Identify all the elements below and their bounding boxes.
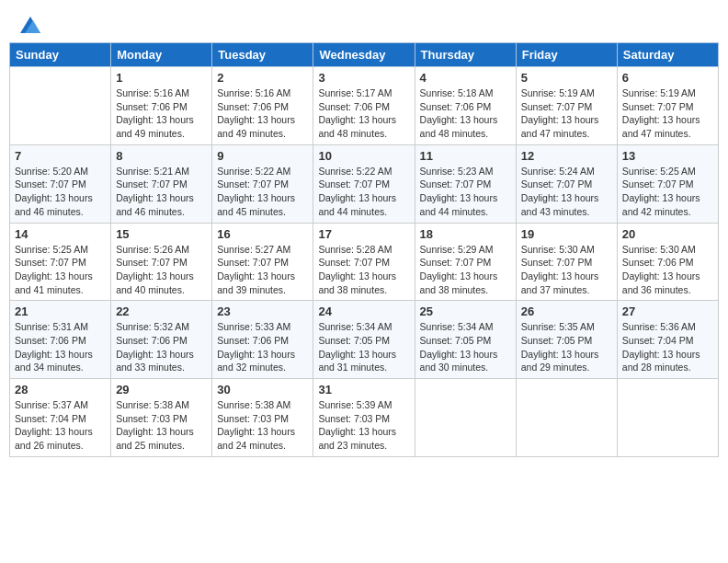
calendar-cell: 5Sunrise: 5:19 AM Sunset: 7:07 PM Daylig… bbox=[516, 67, 617, 145]
col-header-monday: Monday bbox=[111, 43, 212, 67]
calendar-cell: 7Sunrise: 5:20 AM Sunset: 7:07 PM Daylig… bbox=[10, 144, 111, 223]
day-number: 2 bbox=[217, 71, 308, 85]
calendar-cell: 25Sunrise: 5:34 AM Sunset: 7:05 PM Dayli… bbox=[415, 301, 516, 379]
day-number: 18 bbox=[420, 227, 511, 241]
calendar-cell: 23Sunrise: 5:33 AM Sunset: 7:06 PM Dayli… bbox=[212, 301, 313, 379]
day-number: 21 bbox=[15, 304, 106, 318]
day-number: 5 bbox=[521, 71, 612, 85]
col-header-wednesday: Wednesday bbox=[313, 43, 415, 67]
day-info: Sunrise: 5:34 AM Sunset: 7:05 PM Dayligh… bbox=[318, 320, 409, 374]
day-number: 8 bbox=[116, 149, 207, 163]
calendar-cell: 6Sunrise: 5:19 AM Sunset: 7:07 PM Daylig… bbox=[617, 67, 718, 145]
day-number: 13 bbox=[622, 149, 713, 163]
day-number: 23 bbox=[217, 304, 308, 318]
day-info: Sunrise: 5:38 AM Sunset: 7:03 PM Dayligh… bbox=[116, 398, 207, 453]
calendar-cell bbox=[617, 379, 718, 457]
day-number: 27 bbox=[622, 304, 713, 318]
calendar-cell: 8Sunrise: 5:21 AM Sunset: 7:07 PM Daylig… bbox=[111, 144, 212, 223]
day-number: 6 bbox=[622, 71, 713, 85]
day-info: Sunrise: 5:20 AM Sunset: 7:07 PM Dayligh… bbox=[15, 165, 106, 219]
calendar-cell: 31Sunrise: 5:39 AM Sunset: 7:03 PM Dayli… bbox=[313, 379, 415, 457]
day-number: 16 bbox=[217, 227, 308, 241]
col-header-sunday: Sunday bbox=[10, 43, 111, 67]
calendar-cell: 3Sunrise: 5:17 AM Sunset: 7:06 PM Daylig… bbox=[313, 67, 415, 145]
day-number: 24 bbox=[318, 304, 409, 318]
day-number: 26 bbox=[521, 304, 612, 318]
day-info: Sunrise: 5:30 AM Sunset: 7:07 PM Dayligh… bbox=[521, 243, 612, 297]
calendar-table: SundayMondayTuesdayWednesdayThursdayFrid… bbox=[9, 42, 719, 457]
day-info: Sunrise: 5:22 AM Sunset: 7:07 PM Dayligh… bbox=[217, 165, 308, 219]
day-info: Sunrise: 5:16 AM Sunset: 7:06 PM Dayligh… bbox=[217, 86, 308, 141]
calendar-cell bbox=[516, 379, 617, 457]
day-info: Sunrise: 5:25 AM Sunset: 7:07 PM Dayligh… bbox=[15, 243, 106, 297]
day-number: 9 bbox=[217, 149, 308, 163]
calendar-week-1: 1Sunrise: 5:16 AM Sunset: 7:06 PM Daylig… bbox=[10, 67, 719, 145]
header bbox=[9, 9, 719, 37]
day-number: 20 bbox=[622, 227, 713, 241]
day-info: Sunrise: 5:30 AM Sunset: 7:06 PM Dayligh… bbox=[622, 243, 713, 297]
calendar-cell: 2Sunrise: 5:16 AM Sunset: 7:06 PM Daylig… bbox=[212, 67, 313, 145]
calendar-cell: 12Sunrise: 5:24 AM Sunset: 7:07 PM Dayli… bbox=[516, 144, 617, 223]
day-info: Sunrise: 5:17 AM Sunset: 7:06 PM Dayligh… bbox=[318, 86, 409, 141]
day-number: 30 bbox=[217, 383, 308, 396]
col-header-saturday: Saturday bbox=[617, 43, 718, 67]
day-info: Sunrise: 5:33 AM Sunset: 7:06 PM Dayligh… bbox=[217, 320, 308, 374]
col-header-friday: Friday bbox=[516, 43, 617, 67]
calendar-cell: 15Sunrise: 5:26 AM Sunset: 7:07 PM Dayli… bbox=[111, 223, 212, 301]
calendar-cell: 26Sunrise: 5:35 AM Sunset: 7:05 PM Dayli… bbox=[516, 301, 617, 379]
day-info: Sunrise: 5:18 AM Sunset: 7:06 PM Dayligh… bbox=[420, 86, 511, 141]
day-info: Sunrise: 5:35 AM Sunset: 7:05 PM Dayligh… bbox=[521, 320, 612, 374]
calendar-week-2: 7Sunrise: 5:20 AM Sunset: 7:07 PM Daylig… bbox=[10, 144, 719, 223]
calendar-cell: 14Sunrise: 5:25 AM Sunset: 7:07 PM Dayli… bbox=[10, 223, 111, 301]
day-info: Sunrise: 5:34 AM Sunset: 7:05 PM Dayligh… bbox=[420, 320, 511, 374]
day-number: 25 bbox=[420, 304, 511, 318]
day-number: 3 bbox=[318, 71, 409, 85]
logo-icon bbox=[20, 17, 40, 33]
day-number: 1 bbox=[116, 71, 207, 85]
day-info: Sunrise: 5:31 AM Sunset: 7:06 PM Dayligh… bbox=[15, 320, 106, 374]
day-info: Sunrise: 5:23 AM Sunset: 7:07 PM Dayligh… bbox=[420, 165, 511, 219]
calendar-week-3: 14Sunrise: 5:25 AM Sunset: 7:07 PM Dayli… bbox=[10, 223, 719, 301]
day-number: 19 bbox=[521, 227, 612, 241]
calendar-cell: 24Sunrise: 5:34 AM Sunset: 7:05 PM Dayli… bbox=[313, 301, 415, 379]
day-info: Sunrise: 5:22 AM Sunset: 7:07 PM Dayligh… bbox=[318, 165, 409, 219]
day-number: 17 bbox=[318, 227, 409, 241]
day-number: 15 bbox=[116, 227, 207, 241]
day-number: 11 bbox=[420, 149, 511, 163]
calendar-cell: 22Sunrise: 5:32 AM Sunset: 7:06 PM Dayli… bbox=[111, 301, 212, 379]
day-info: Sunrise: 5:39 AM Sunset: 7:03 PM Dayligh… bbox=[318, 398, 409, 453]
calendar-cell bbox=[415, 379, 516, 457]
day-number: 4 bbox=[420, 71, 511, 85]
day-number: 28 bbox=[15, 383, 106, 396]
calendar-week-4: 21Sunrise: 5:31 AM Sunset: 7:06 PM Dayli… bbox=[10, 301, 719, 379]
day-info: Sunrise: 5:37 AM Sunset: 7:04 PM Dayligh… bbox=[15, 398, 106, 453]
calendar-cell: 29Sunrise: 5:38 AM Sunset: 7:03 PM Dayli… bbox=[111, 379, 212, 457]
day-number: 7 bbox=[15, 149, 106, 163]
calendar-cell: 30Sunrise: 5:38 AM Sunset: 7:03 PM Dayli… bbox=[212, 379, 313, 457]
day-info: Sunrise: 5:38 AM Sunset: 7:03 PM Dayligh… bbox=[217, 398, 308, 453]
col-header-thursday: Thursday bbox=[415, 43, 516, 67]
day-number: 29 bbox=[116, 383, 207, 396]
day-info: Sunrise: 5:36 AM Sunset: 7:04 PM Dayligh… bbox=[622, 320, 713, 374]
calendar-cell: 19Sunrise: 5:30 AM Sunset: 7:07 PM Dayli… bbox=[516, 223, 617, 301]
day-info: Sunrise: 5:19 AM Sunset: 7:07 PM Dayligh… bbox=[521, 86, 612, 141]
calendar-cell: 28Sunrise: 5:37 AM Sunset: 7:04 PM Dayli… bbox=[10, 379, 111, 457]
day-info: Sunrise: 5:29 AM Sunset: 7:07 PM Dayligh… bbox=[420, 243, 511, 297]
calendar-cell: 11Sunrise: 5:23 AM Sunset: 7:07 PM Dayli… bbox=[415, 144, 516, 223]
day-info: Sunrise: 5:27 AM Sunset: 7:07 PM Dayligh… bbox=[217, 243, 308, 297]
day-info: Sunrise: 5:16 AM Sunset: 7:06 PM Dayligh… bbox=[116, 86, 207, 141]
calendar-cell: 16Sunrise: 5:27 AM Sunset: 7:07 PM Dayli… bbox=[212, 223, 313, 301]
calendar-cell: 4Sunrise: 5:18 AM Sunset: 7:06 PM Daylig… bbox=[415, 67, 516, 145]
day-info: Sunrise: 5:32 AM Sunset: 7:06 PM Dayligh… bbox=[116, 320, 207, 374]
day-info: Sunrise: 5:24 AM Sunset: 7:07 PM Dayligh… bbox=[521, 165, 612, 219]
calendar-cell: 18Sunrise: 5:29 AM Sunset: 7:07 PM Dayli… bbox=[415, 223, 516, 301]
logo bbox=[18, 17, 40, 33]
day-info: Sunrise: 5:28 AM Sunset: 7:07 PM Dayligh… bbox=[318, 243, 409, 297]
day-number: 12 bbox=[521, 149, 612, 163]
day-info: Sunrise: 5:25 AM Sunset: 7:07 PM Dayligh… bbox=[622, 165, 713, 219]
calendar-cell: 13Sunrise: 5:25 AM Sunset: 7:07 PM Dayli… bbox=[617, 144, 718, 223]
calendar-cell: 17Sunrise: 5:28 AM Sunset: 7:07 PM Dayli… bbox=[313, 223, 415, 301]
calendar-cell: 1Sunrise: 5:16 AM Sunset: 7:06 PM Daylig… bbox=[111, 67, 212, 145]
day-info: Sunrise: 5:21 AM Sunset: 7:07 PM Dayligh… bbox=[116, 165, 207, 219]
calendar-cell: 21Sunrise: 5:31 AM Sunset: 7:06 PM Dayli… bbox=[10, 301, 111, 379]
